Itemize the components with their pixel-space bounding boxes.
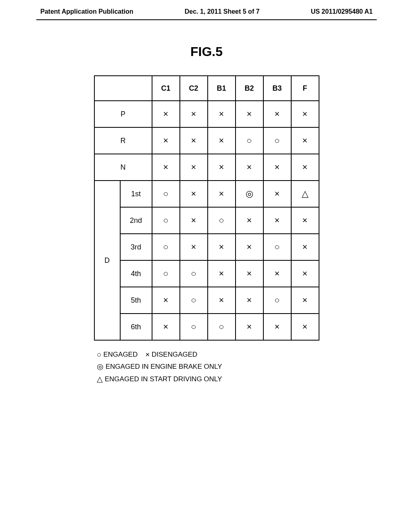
header-center: Dec. 1, 2011 Sheet 5 of 7 (185, 8, 260, 15)
cell: × (236, 287, 263, 314)
legend-disengaged-icon: × (145, 349, 150, 361)
cell: × (291, 101, 319, 127)
cell: × (263, 181, 291, 207)
cell: × (180, 234, 208, 260)
cell: × (291, 287, 319, 314)
cell: × (236, 234, 263, 260)
cell: ○ (180, 260, 208, 287)
header-right: US 2011/0295480 A1 (311, 8, 373, 15)
cell: × (152, 101, 180, 127)
cell: × (236, 207, 263, 234)
cell: × (180, 127, 208, 154)
legend-engine-brake-icon: ◎ (97, 361, 104, 373)
row-label-r: R (94, 127, 152, 154)
cell: × (152, 154, 180, 181)
table-header-row: C1 C2 B1 B2 B3 F (94, 76, 319, 101)
cell: × (180, 207, 208, 234)
cell: × (291, 234, 319, 260)
legend-start-driving-text: ENGAGED IN START DRIVING ONLY (105, 375, 222, 382)
cell: × (236, 260, 263, 287)
legend-line-1: ○ ENGAGED × DISENGAGED (97, 349, 413, 361)
legend-line-3: △ ENGAGED IN START DRIVING ONLY (97, 373, 413, 385)
row-label-1st: 1st (120, 181, 152, 207)
cell: ○ (208, 314, 236, 340)
table-row: 3rd ○ × × × ○ × (94, 234, 319, 260)
col-header-f: F (291, 76, 319, 101)
table-row: D 1st ○ × × ◎ × △ (94, 181, 319, 207)
cell: ○ (263, 234, 291, 260)
engagement-table: C1 C2 B1 B2 B3 F P × × × × × × R × × × ○… (94, 75, 319, 341)
cell: ○ (152, 207, 180, 234)
cell: × (236, 101, 263, 127)
header-left: Patent Application Publication (40, 8, 133, 15)
row-label-2nd: 2nd (120, 207, 152, 234)
cell: ○ (152, 260, 180, 287)
table-row: 4th ○ ○ × × × × (94, 260, 319, 287)
cell: × (208, 181, 236, 207)
cell: × (180, 154, 208, 181)
cell: × (152, 314, 180, 340)
cell: × (291, 314, 319, 340)
blank-header-cell (94, 76, 152, 101)
legend-start-driving-icon: △ (97, 373, 103, 385)
cell: × (263, 154, 291, 181)
row-label-6th: 6th (120, 314, 152, 340)
cell: ○ (208, 207, 236, 234)
cell: × (208, 127, 236, 154)
page-header: Patent Application Publication Dec. 1, 2… (0, 0, 413, 19)
cell: × (236, 314, 263, 340)
table-row: P × × × × × × (94, 101, 319, 127)
cell: × (180, 181, 208, 207)
cell: × (291, 154, 319, 181)
cell: × (263, 101, 291, 127)
cell: × (291, 207, 319, 234)
cell: × (263, 260, 291, 287)
table-row: N × × × × × × (94, 154, 319, 181)
legend-line-2: ◎ ENGAGED IN ENGINE BRAKE ONLY (97, 361, 413, 373)
row-label-p: P (94, 101, 152, 127)
legend-engaged-text: ENGAGED (103, 351, 138, 358)
table-row: R × × × ○ ○ × (94, 127, 319, 154)
engagement-table-container: C1 C2 B1 B2 B3 F P × × × × × × R × × × ○… (0, 75, 413, 341)
row-label-4th: 4th (120, 260, 152, 287)
cell: × (291, 127, 319, 154)
cell: × (263, 314, 291, 340)
col-header-b2: B2 (236, 76, 263, 101)
cell: × (236, 154, 263, 181)
cell: × (152, 127, 180, 154)
cell: ○ (180, 314, 208, 340)
legend-engine-brake-text: ENGAGED IN ENGINE BRAKE ONLY (106, 363, 222, 370)
col-header-c1: C1 (152, 76, 180, 101)
cell: × (291, 260, 319, 287)
row-label-n: N (94, 154, 152, 181)
cell: △ (291, 181, 319, 207)
cell: ◎ (236, 181, 263, 207)
col-header-c2: C2 (180, 76, 208, 101)
cell: ○ (236, 127, 263, 154)
cell: × (208, 260, 236, 287)
legend-disengaged-text: DISENGAGED (152, 351, 197, 358)
table-row: 6th × ○ ○ × × × (94, 314, 319, 340)
cell: ○ (152, 181, 180, 207)
header-divider (36, 19, 377, 20)
cell: ○ (263, 287, 291, 314)
cell: ○ (152, 234, 180, 260)
table-row: 2nd ○ × ○ × × × (94, 207, 319, 234)
col-header-b3: B3 (263, 76, 291, 101)
row-label-3rd: 3rd (120, 234, 152, 260)
table-row: 5th × ○ × × ○ × (94, 287, 319, 314)
cell: × (208, 101, 236, 127)
cell: ○ (263, 127, 291, 154)
legend-engaged-icon: ○ (97, 349, 101, 361)
cell: × (152, 287, 180, 314)
cell: × (208, 234, 236, 260)
cell: × (208, 154, 236, 181)
row-label-d: D (94, 181, 120, 340)
cell: ○ (180, 287, 208, 314)
cell: × (263, 207, 291, 234)
cell: × (180, 101, 208, 127)
legend: ○ ENGAGED × DISENGAGED ◎ ENGAGED IN ENGI… (97, 349, 413, 385)
cell: × (208, 287, 236, 314)
col-header-b1: B1 (208, 76, 236, 101)
figure-title: FIG.5 (0, 44, 413, 59)
